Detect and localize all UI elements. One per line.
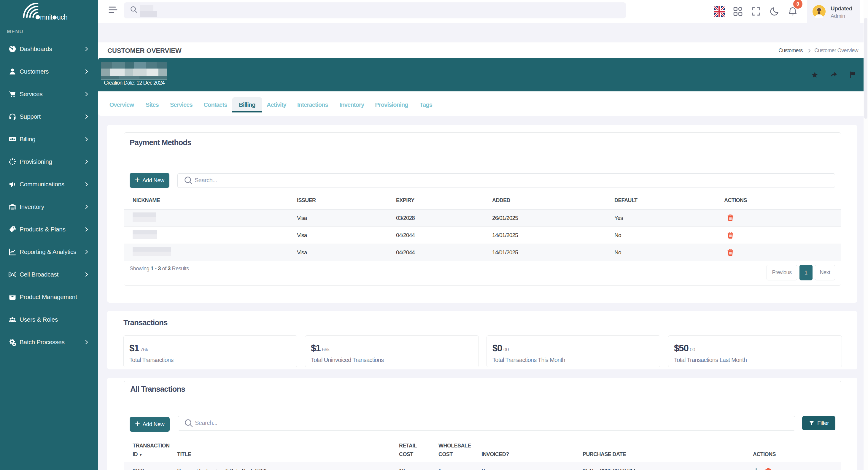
svg-text:mnit: mnit xyxy=(40,13,53,21)
svg-text:uch: uch xyxy=(57,13,68,21)
svg-text:A: A xyxy=(11,272,14,277)
